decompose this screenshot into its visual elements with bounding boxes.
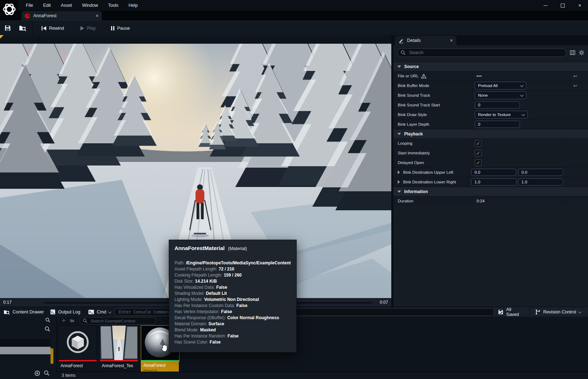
menu-edit[interactable]: Edit — [38, 1, 56, 10]
asset-tile-annaforest-tex[interactable]: AnnaForest_Tex — [100, 325, 138, 371]
section-source[interactable]: Source — [393, 62, 588, 71]
reset-arrow-icon[interactable]: ↩ — [573, 73, 577, 79]
draw-style-dropdown[interactable]: Render to Texture — [475, 111, 528, 119]
sound-track-start-input[interactable] — [475, 101, 520, 109]
minimize-icon[interactable] — [542, 2, 549, 9]
section-playback[interactable]: Playback — [393, 129, 588, 138]
sidebar-scrollbar[interactable] — [51, 348, 53, 364]
duration-value: 0:24 — [475, 199, 484, 203]
details-tab-title: Details — [407, 38, 421, 43]
details-search-row — [393, 45, 588, 58]
elapsed-time: 0:17 — [3, 300, 11, 305]
reset-arrow-icon[interactable]: ↩ — [573, 83, 577, 88]
settings-gear-icon[interactable] — [579, 50, 584, 56]
section-information[interactable]: Information — [393, 187, 588, 196]
tooltip-field: Blend Mode:Masked — [175, 327, 296, 333]
cmd-button[interactable]: Cmd — [88, 307, 111, 317]
pixotope-logo — [0, 0, 19, 19]
search-icon[interactable] — [44, 370, 50, 376]
asset-tooltip: AnnaForestMaterial (Material) Path:/Engi… — [169, 240, 297, 352]
search-icon[interactable] — [45, 317, 51, 323]
search-icon[interactable] — [44, 326, 51, 332]
menu-window[interactable]: Window — [77, 1, 103, 10]
chevron-down-icon — [520, 83, 524, 87]
layer-depth-input[interactable] — [475, 121, 520, 128]
save-button[interactable] — [0, 21, 15, 35]
dest-lower-right-x-input[interactable] — [471, 178, 516, 186]
tooltip-field: Shading Model:Default Lit — [175, 291, 296, 297]
asset-type-strip — [100, 360, 138, 361]
pause-icon — [111, 26, 115, 31]
add-icon[interactable] — [61, 318, 66, 323]
details-tab-close-icon[interactable]: × — [450, 38, 453, 43]
window-controls: × — [542, 2, 583, 9]
dest-upper-left-x-input[interactable] — [471, 169, 516, 176]
tooltip-field: Disk Size:14.214 KiB — [175, 278, 296, 284]
tooltip-subtitle: (Material) — [228, 246, 247, 251]
tab-close-icon[interactable]: × — [96, 13, 99, 18]
collapse-arrow-icon — [397, 191, 401, 193]
dest-upper-left-y-input[interactable] — [518, 169, 563, 176]
display-filter-icon[interactable] — [570, 50, 575, 56]
chevron-down-icon — [522, 112, 525, 116]
bink-media-icon — [25, 13, 30, 19]
add-circle-icon[interactable] — [34, 370, 40, 376]
expand-arrow-icon[interactable] — [398, 180, 400, 184]
menu-bar: File Edit Asset Window Tools Help — [21, 1, 143, 10]
pause-button[interactable]: Pause — [106, 21, 134, 35]
row-label: Bink Draw Style — [398, 112, 427, 117]
close-icon[interactable]: × — [577, 2, 583, 9]
expand-arrow-icon[interactable] — [398, 171, 400, 174]
warning-icon — [421, 74, 426, 78]
remaining-time: 0:07 — [380, 300, 388, 305]
output-log-icon — [50, 309, 56, 315]
folder-tree-row[interactable] — [0, 339, 51, 347]
looping-checkbox[interactable]: ✓ — [475, 140, 482, 147]
tab-annaforest[interactable]: AnnaForest × — [21, 11, 102, 20]
tooltip-field: Lighting Mode:Volumetric Non Directional — [175, 297, 296, 303]
row-label: Start Immediately — [398, 151, 430, 155]
tab-strip: AnnaForest × — [0, 11, 588, 20]
output-log-button[interactable]: Output Log — [50, 307, 80, 317]
browse-to-asset-button[interactable] — [15, 21, 31, 35]
title-bar: File Edit Asset Window Tools Help × — [0, 0, 588, 11]
delayed-open-checkbox[interactable]: ✓ — [475, 159, 482, 166]
menu-file[interactable]: File — [21, 1, 38, 10]
revision-control-button[interactable]: Revision Control — [530, 307, 588, 317]
content-browser-search-input[interactable] — [90, 318, 153, 323]
content-drawer-icon — [4, 309, 10, 315]
row-bink-sound-track: Bink Sound Track None — [393, 90, 588, 100]
details-search-input-wrap[interactable] — [397, 48, 567, 57]
file-url-value[interactable]: ••• — [475, 74, 482, 78]
content-browser-search-wrap[interactable] — [80, 317, 156, 325]
all-saved-button[interactable]: All Saved — [493, 307, 530, 317]
row-label: Bink Sound Track Start — [398, 103, 440, 107]
asset-name: AnnaForest_Tex — [100, 362, 138, 370]
dest-lower-right-y-input[interactable] — [518, 178, 563, 186]
asset-tile-annaforest-media[interactable]: AnnaForest — [58, 325, 96, 371]
menu-help[interactable]: Help — [124, 1, 143, 10]
row-label: Bink Sound Track — [398, 93, 430, 97]
play-button[interactable]: Play — [76, 21, 100, 35]
edit-pencil-icon — [398, 38, 404, 43]
menu-tools[interactable]: Tools — [103, 1, 123, 10]
buffer-mode-dropdown[interactable]: Preload All — [475, 82, 526, 90]
maximize-icon[interactable] — [559, 2, 566, 9]
details-panel: Details × — [393, 35, 588, 307]
play-icon — [80, 26, 85, 31]
content-drawer-button[interactable]: Content Drawer — [4, 307, 44, 317]
start-immediately-checkbox[interactable]: ✓ — [475, 150, 482, 157]
tab-title: AnnaForest — [33, 13, 57, 18]
menu-asset[interactable]: Asset — [56, 1, 77, 10]
folder-icon[interactable] — [70, 318, 75, 323]
asset-name: AnnaForest — [141, 362, 178, 369]
row-label: Bink Layer Depth — [398, 122, 429, 126]
statusbar-separator — [84, 307, 84, 317]
details-search-input[interactable] — [408, 50, 563, 56]
tab-details[interactable]: Details × — [395, 36, 456, 45]
folder-tree-row-selected[interactable] — [0, 347, 51, 354]
row-start-immediately: Start Immediately ✓ — [393, 148, 588, 158]
sound-track-dropdown[interactable]: None — [475, 91, 526, 99]
rewind-button[interactable]: Rewind — [37, 21, 68, 35]
row-file-or-url: File or URL ••• ↩ — [393, 71, 588, 81]
